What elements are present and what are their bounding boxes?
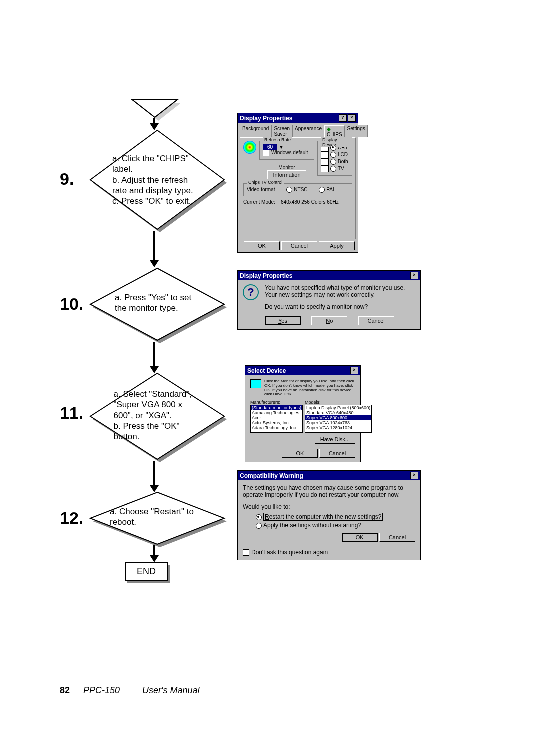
titlebar: Display Properties ? ×: [238, 113, 358, 123]
help-icon[interactable]: ?: [339, 114, 347, 122]
prompt-label: Would you like to:: [243, 503, 416, 510]
ok-button[interactable]: OK: [342, 533, 378, 542]
cancel-button[interactable]: Cancel: [380, 533, 416, 542]
information-button[interactable]: Information: [268, 170, 306, 179]
flow-arrow: [154, 342, 156, 372]
flow-step-12: a. Choose "Restart" to reboot.: [88, 489, 222, 544]
page-footer: 82 PPC-150 User's Manual: [60, 685, 200, 696]
titlebar: Display Properties ×: [238, 271, 420, 280]
flow-step-9: a. Click the "CHIPS" label.b. Adjust the…: [88, 127, 222, 232]
manufacturers-list[interactable]: (Standard monitor types) Aamazing Techno…: [250, 405, 303, 433]
manual-page: 9. a. Click the "CHIPS" label.b. Adjust …: [0, 0, 540, 756]
list-item[interactable]: Super VGA 1024x768: [306, 420, 372, 425]
tab-appearance[interactable]: Appearance: [292, 125, 324, 137]
cancel-button[interactable]: Cancel: [282, 241, 318, 250]
close-icon[interactable]: ×: [348, 114, 356, 122]
dialog-compatibility-warning: Compatibility Warning × The settings you…: [238, 470, 421, 560]
close-icon[interactable]: ×: [410, 272, 418, 279]
models-list[interactable]: Laptop Display Panel (800x600) Standard …: [305, 405, 372, 433]
both-icon: [321, 158, 329, 165]
list-item[interactable]: Super VGA 800x600: [306, 415, 372, 420]
title: Compatibility Warning: [240, 472, 304, 479]
dont-ask-checkbox[interactable]: [243, 549, 250, 556]
dialog-select-device: Select Device × Click the Monitor or dis…: [245, 365, 361, 462]
list-item[interactable]: (Standard monitor types): [251, 405, 302, 410]
cancel-button[interactable]: Cancel: [358, 316, 394, 325]
flow-arrow: [154, 461, 156, 491]
monitor-icon: [250, 379, 262, 388]
step-10-text: a. Press "Yes" to set the monitor type.: [115, 292, 195, 314]
question-icon: ?: [243, 284, 259, 300]
step-12-text: a. Choose "Restart" to reboot.: [110, 506, 200, 528]
tabs: Background Screen Saver Appearance ◆ CHI…: [238, 125, 358, 137]
cancel-button[interactable]: Cancel: [320, 449, 356, 458]
step-number-10: 10.: [60, 294, 84, 314]
tv-icon: [321, 165, 329, 172]
radio-ntsc[interactable]: [286, 187, 292, 193]
tab-background[interactable]: Background: [240, 125, 272, 137]
dialog-display-properties: Display Properties ? × Background Screen…: [238, 113, 358, 253]
tab-settings[interactable]: Settings: [345, 125, 368, 137]
step-9-text: a. Click the "CHIPS" label.b. Adjust the…: [112, 153, 198, 206]
radio-crt[interactable]: [330, 145, 336, 151]
ok-button[interactable]: OK: [244, 241, 280, 250]
flow-arrow: [154, 545, 156, 561]
tab-chips[interactable]: ◆ CHIPS: [324, 125, 345, 138]
windows-default-checkbox[interactable]: [263, 150, 270, 156]
flow-step-11: a. Select "Standard", "Super VGA 800 x 6…: [88, 370, 222, 460]
title: Select Device: [248, 367, 286, 374]
prompt-text-1: You have not specified what type of moni…: [265, 284, 416, 298]
close-icon[interactable]: ×: [410, 472, 418, 479]
list-item[interactable]: Acer: [251, 415, 302, 420]
palette-icon: [244, 141, 256, 154]
radio-tv[interactable]: [330, 166, 336, 172]
titlebar: Compatibility Warning ×: [238, 471, 420, 480]
tab-screensaver[interactable]: Screen Saver: [272, 125, 292, 137]
no-button[interactable]: No: [312, 316, 348, 325]
radio-pal[interactable]: [319, 187, 325, 193]
flow-end: END: [125, 562, 168, 581]
model-label: PPC-150: [84, 685, 120, 695]
lcd-icon: [321, 151, 329, 158]
manual-title: User's Manual: [142, 685, 200, 695]
close-icon[interactable]: ×: [350, 367, 358, 374]
list-item[interactable]: Adara Technology, Inc.: [251, 425, 302, 430]
tab-panel: Refresh Rate 60 ▼ Windows default Monito…: [240, 137, 356, 239]
title: Display Properties: [240, 115, 292, 122]
page-number: 82: [60, 685, 70, 695]
warning-text: The settings you have chosen may cause s…: [243, 484, 416, 498]
intro-text: Click the Monitor or display you use, an…: [264, 379, 356, 397]
list-item[interactable]: Super VGA 1280x1024: [306, 425, 372, 430]
step-11-text: a. Select "Standard", "Super VGA 800 x 6…: [114, 389, 196, 442]
step-number-9: 9.: [60, 169, 74, 189]
step-number-11: 11.: [60, 403, 84, 423]
list-item[interactable]: Aamazing Technologies: [251, 410, 302, 415]
titlebar: Select Device ×: [246, 366, 360, 375]
have-disk-button[interactable]: Have Disk...: [315, 435, 356, 444]
apply-button[interactable]: Apply: [319, 241, 355, 250]
step-number-12: 12.: [60, 508, 84, 528]
dialog-monitor-prompt: Display Properties × ? You have not spec…: [238, 270, 421, 330]
flow-arrow: [154, 231, 156, 266]
yes-button[interactable]: Yes: [265, 316, 301, 325]
title: Display Properties: [240, 272, 292, 279]
flow-step-10: a. Press "Yes" to set the monitor type.: [88, 265, 222, 340]
radio-apply[interactable]: [256, 523, 262, 529]
prompt-text-2: Do you want to specify a monitor now?: [265, 303, 416, 310]
list-item[interactable]: Actix Systems, Inc.: [251, 420, 302, 425]
radio-restart[interactable]: [256, 514, 262, 520]
radio-both[interactable]: [330, 159, 336, 165]
ok-button[interactable]: OK: [282, 449, 318, 458]
list-item[interactable]: Standard VGA 640x480: [306, 410, 372, 415]
list-item[interactable]: Laptop Display Panel (800x600): [306, 405, 372, 410]
radio-lcd[interactable]: [330, 152, 336, 158]
